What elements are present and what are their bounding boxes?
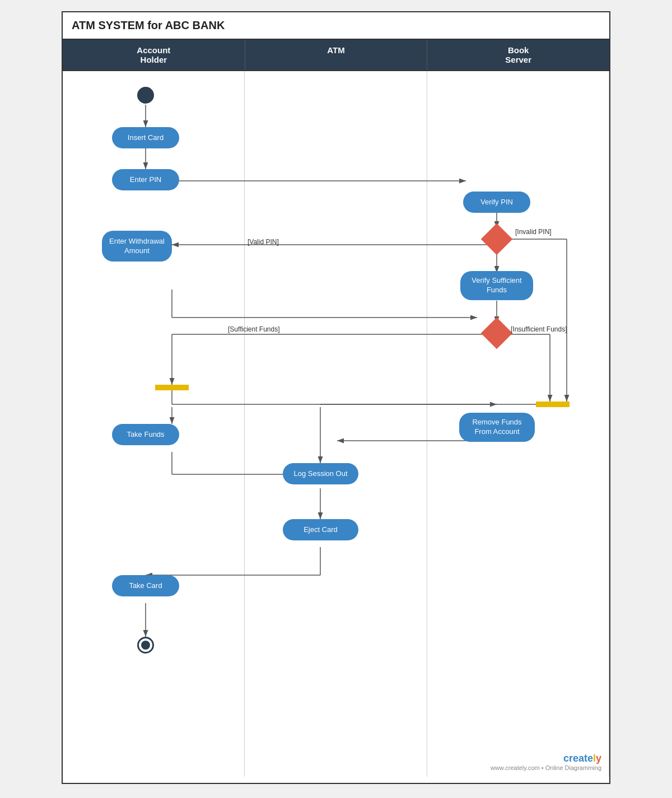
insufficient-funds-label: [Insufficient Funds] [511,325,567,333]
take-card-node: Take Card [112,575,179,596]
verify-pin-node: Verify PIN [463,192,530,213]
col-account-holder: AccountHolder [63,40,245,70]
eject-card-node: Eject Card [283,519,358,540]
col-book-server: BookServer [427,40,609,70]
valid-pin-label: [Valid PIN] [248,238,279,246]
start-node [137,87,154,104]
creately-brand: creately [491,753,601,764]
diagram-container: ATM SYSTEM for ABC BANK AccountHolder AT… [62,11,610,784]
lane-atm [245,71,427,777]
enter-pin-node: Enter PIN [112,169,179,190]
sufficient-funds-label: [Sufficient Funds] [228,325,280,333]
end-node [137,637,154,654]
brand-c: c [563,753,569,764]
brand-y2: y [596,753,601,764]
log-session-out-node: Log Session Out [283,463,358,484]
creately-footer: creately www.creately.com • Online Diagr… [491,753,601,771]
invalid-pin-label: [Invalid PIN] [515,228,552,236]
fork-bar-right [536,402,570,407]
remove-funds-node: Remove Funds From Account [459,413,535,442]
swimlane-header: AccountHolder ATM BookServer [63,40,609,71]
creately-url: www.creately.com • Online Diagramming [491,764,601,771]
diagram-title: ATM SYSTEM for ABC BANK [63,12,609,40]
enter-withdrawal-node: Enter Withdrawal Amount [102,231,172,262]
take-funds-node: Take Funds [112,424,179,445]
brand-reatel: reat [569,753,587,764]
swimlane-body: Insert Card Enter PIN Enter Withdrawal A… [63,71,609,777]
brand-e: e [587,753,593,764]
insert-card-node: Insert Card [112,127,179,148]
fork-bar-left [155,385,189,390]
verify-sufficient-funds-node: Verify Sufficient Funds [460,271,533,300]
col-atm: ATM [245,40,428,70]
